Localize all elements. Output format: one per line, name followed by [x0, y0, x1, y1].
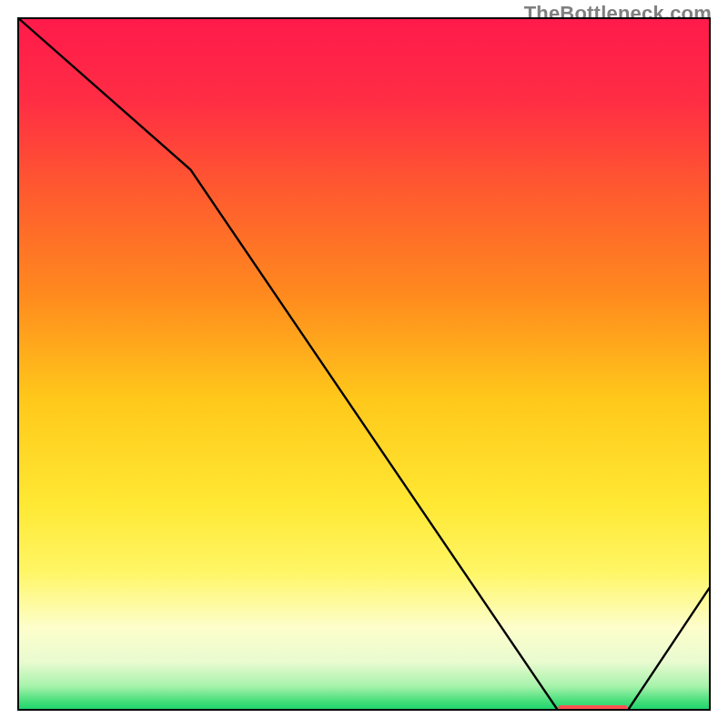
background-gradient	[17, 17, 711, 711]
svg-rect-0	[17, 17, 711, 711]
plot-area	[17, 17, 711, 711]
chart-container: TheBottleneck.com	[0, 0, 728, 728]
